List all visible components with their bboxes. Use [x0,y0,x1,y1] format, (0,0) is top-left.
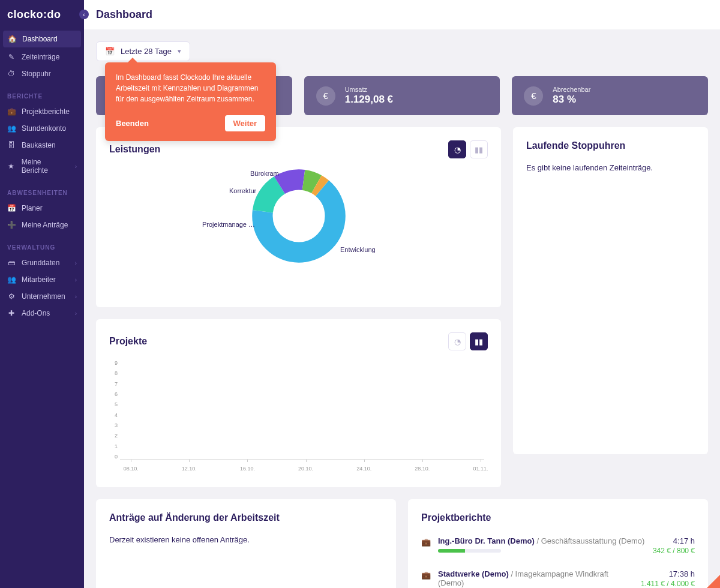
report-hours: 17:38 h [641,569,695,578]
x-axis-label: 12.10. [182,466,197,472]
nav-icon: ➕ [7,221,16,229]
kpi-icon: € [316,86,335,106]
date-range-label: Letzte 28 Tage [121,47,172,56]
nav-icon: ★ [7,162,16,170]
date-range-selector[interactable]: 📅 Letzte 28 Tage ▾ [96,41,190,61]
projects-view-bar-button[interactable]: ▮▮ [470,332,488,350]
projects-card: Projekte ◔ ▮▮ 9876543210 08.10.12.10.16.… [96,319,501,487]
services-view-pie-button[interactable]: ◔ [448,140,466,158]
projects-bar-chart: 9876543210 08.10.12.10.16.10.20.10.24.10… [109,360,488,474]
sidebar-item-zeiteinträge[interactable]: ✎Zeiteinträge [0,49,84,65]
nav-icon: 🗄 [7,141,16,149]
services-donut-chart: EntwicklungProjektmanage …KorrekturBürok… [109,168,488,294]
tooltip-next-button[interactable]: Weiter [225,115,266,131]
report-money: 1.411 € / 4.000 € [641,580,695,588]
sidebar-item-stoppuhr[interactable]: ⏱Stoppuhr [0,65,84,82]
briefcase-icon: 💼 [421,571,431,580]
donut-slice-label: Korrektur [229,187,256,194]
nav-icon: 💼 [7,107,16,116]
chevron-right-icon: › [75,293,77,300]
tooltip-text: Im Dashboard fasst Clockodo Ihre aktuell… [116,72,265,104]
sidebar-item-unternehmen[interactable]: ⚙Unternehmen› [0,288,84,305]
x-axis-label: 01.11. [473,466,488,472]
services-title: Leistungen [109,144,160,155]
sidebar-item-projektberichte[interactable]: 💼Projektberichte [0,103,84,120]
stopwatch-empty-text: Es gibt keine laufenden Zeiteinträge. [526,163,695,172]
donut-slice-label: Projektmanage … [202,221,255,228]
services-view-bar-button[interactable]: ▮▮ [470,140,488,158]
x-axis-label: 08.10. [124,466,139,472]
stopwatch-card: Laufende Stoppuhren Es gibt keine laufen… [513,127,708,454]
feedback-corner-button[interactable] [707,575,720,588]
main: Dashboard 📅 Letzte 28 Tage ▾ Im Dashboar… [84,0,720,588]
services-card: Leistungen ◔ ▮▮ EntwicklungProjektmanage… [96,127,501,307]
reports-title: Projektberichte [421,512,695,523]
nav-icon: 👥 [7,275,16,284]
onboarding-tooltip: Im Dashboard fasst Clockodo Ihre aktuell… [105,62,276,141]
stopwatch-title: Laufende Stoppuhren [526,140,695,151]
calendar-icon: 📅 [105,47,115,56]
donut-slice-label: Entwicklung [340,246,376,253]
kpi-umsatz: €Umsatz1.129,08 € [304,76,500,115]
nav-icon: 👥 [7,124,16,133]
report-name: Ing.-Büro Dr. Tann (Demo) / Geschäftsaus… [438,536,646,545]
sidebar-item-meine-berichte[interactable]: ★Meine Berichte› [0,154,84,179]
sidebar-collapse-button[interactable]: ‹ [79,10,89,19]
sidebar: clocko:do ‹ 🏠Dashboard✎Zeiteinträge⏱Stop… [0,0,84,588]
kpi-label: Umsatz [345,86,393,93]
tooltip-end-button[interactable]: Beenden [116,118,149,130]
requests-title: Anträge auf Änderung der Arbeitszeit [109,512,383,523]
nav-icon: ✚ [7,309,16,317]
nav-icon: ⚙ [7,292,16,301]
x-axis-label: 20.10. [298,466,313,472]
nav-icon: 🏠 [8,35,16,43]
sidebar-item-mitarbeiter[interactable]: 👥Mitarbeiter› [0,271,84,288]
report-row[interactable]: 💼 Stadtwerke (Demo) / Imagekampagne Wind… [421,562,695,588]
chevron-down-icon: ▾ [178,47,181,55]
reports-card: Projektberichte 💼 Ing.-Büro Dr. Tann (De… [408,499,708,588]
sidebar-item-baukasten[interactable]: 🗄Baukasten [0,137,84,154]
donut-slice-label: Bürokram [250,170,279,177]
report-hours: 4:17 h [653,536,695,545]
x-axis-label: 28.10. [415,466,430,472]
projects-title: Projekte [109,336,147,347]
x-axis-label: 24.10. [356,466,371,472]
chevron-right-icon: › [75,260,77,266]
report-money: 342 € / 800 € [653,547,695,555]
kpi-label: Abrechenbar [553,86,590,93]
sidebar-item-add-ons[interactable]: ✚Add-Ons› [0,305,84,322]
briefcase-icon: 💼 [421,538,431,547]
sidebar-item-planer[interactable]: 📅Planer [0,200,84,217]
sidebar-item-dashboard[interactable]: 🏠Dashboard [3,31,81,47]
report-name: Stadtwerke (Demo) / Imagekampagne Windkr… [438,569,634,587]
chevron-right-icon: › [75,310,77,317]
chevron-right-icon: › [75,277,77,283]
requests-empty-text: Derzeit existieren keine offenen Anträge… [109,535,383,544]
svg-point-4 [262,179,335,252]
kpi-value: 1.129,08 € [345,94,393,106]
requests-card: Anträge auf Änderung der Arbeitszeit Der… [96,499,396,588]
report-progress-bar [438,549,501,553]
nav-section-header: BERICHTE [0,82,84,103]
kpi-abrechenbar: €Abrechenbar83 % [512,76,708,115]
kpi-value: 83 % [553,94,590,106]
projects-view-pie-button[interactable]: ◔ [448,332,466,350]
kpi-icon: € [524,86,543,106]
sidebar-item-grunddaten[interactable]: 🗃Grunddaten› [0,254,84,271]
report-row[interactable]: 💼 Ing.-Büro Dr. Tann (Demo) / Geschäftsa… [421,529,695,562]
nav-section-header: ABWESENHEITEN [0,179,84,200]
nav-section-header: VERWALTUNG [0,233,84,254]
page-title: Dashboard [84,0,720,29]
sidebar-item-stundenkonto[interactable]: 👥Stundenkonto [0,120,84,137]
sidebar-item-meine-anträge[interactable]: ➕Meine Anträge [0,217,84,233]
x-axis-label: 16.10. [240,466,255,472]
brand-logo: clocko:do [0,0,84,29]
nav-icon: 📅 [7,204,16,212]
nav-icon: ✎ [7,53,16,61]
nav-icon: ⏱ [7,70,16,78]
chevron-right-icon: › [75,163,77,170]
nav-icon: 🗃 [7,259,16,267]
